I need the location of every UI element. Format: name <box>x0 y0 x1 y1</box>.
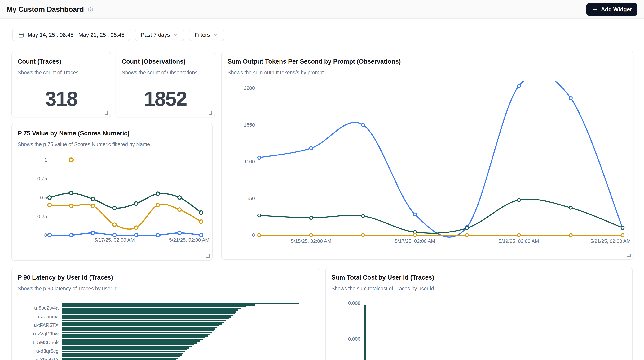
widget-subtitle: Shows the sum totalcost of Traces by use… <box>331 286 626 292</box>
user-id-label: u-d3qr5cg <box>12 348 58 354</box>
svg-text:1100: 1100 <box>244 159 255 165</box>
cost-axis-tick: 0.008 <box>326 300 360 306</box>
plus-icon <box>592 7 598 12</box>
latency-bar <box>62 327 217 328</box>
latency-bar <box>62 339 203 340</box>
tokens-by-prompt-chart[interactable]: 05501100165022005/15/25, 02:00 AM5/17/25… <box>222 81 633 255</box>
widget-count-observations: Count (Observations) Shows the count of … <box>116 52 215 117</box>
latency-bar <box>62 308 241 309</box>
latency-bar <box>62 333 210 335</box>
svg-text:1650: 1650 <box>244 122 255 128</box>
user-id-label: u-zVqP3hw <box>12 331 58 337</box>
latency-bar <box>62 335 208 337</box>
latency-bar <box>62 337 206 338</box>
widget-title: Count (Observations) <box>122 58 209 65</box>
latency-bar <box>62 349 187 350</box>
latency-bar <box>62 313 234 314</box>
latency-bar <box>62 356 180 357</box>
latency-bar <box>62 330 214 331</box>
latency-bar <box>62 354 182 355</box>
resize-handle[interactable] <box>206 254 210 258</box>
latency-bar <box>62 342 197 343</box>
widget-title: Sum Output Tokens Per Second by Prompt (… <box>228 58 627 65</box>
calendar-icon <box>18 32 24 38</box>
widget-subtitle: Shows the p 75 value of Scores Numeric f… <box>18 142 206 147</box>
latency-bar <box>62 352 184 354</box>
chevron-down-icon <box>213 32 218 37</box>
latency-bar <box>62 323 222 324</box>
filters-label: Filters <box>195 32 210 38</box>
p75-by-name-chart[interactable]: 00.250.50.7515/17/25, 02:00 AM5/21/25, 0… <box>12 153 212 257</box>
widget-title: P 75 Value by Name (Scores Numeric) <box>18 130 206 137</box>
info-icon[interactable] <box>88 7 93 13</box>
latency-bar <box>62 320 226 321</box>
user-id-label: u-aobnuxf <box>12 314 58 319</box>
svg-text:5/19/25, 02:00 AM: 5/19/25, 02:00 AM <box>498 238 539 244</box>
filters-dropdown[interactable]: Filters <box>189 29 224 41</box>
cost-bar <box>364 305 366 360</box>
svg-text:0.5: 0.5 <box>40 195 47 200</box>
range-preset-dropdown[interactable]: Past 7 days <box>135 29 184 41</box>
svg-text:5/21/25, 02:00 AM: 5/21/25, 02:00 AM <box>590 238 630 244</box>
user-id-label: u-8fVa9T3 <box>12 357 58 360</box>
user-id-label: u-5M8D56k <box>12 339 58 345</box>
cost-axis-tick: 0.006 <box>326 336 360 342</box>
latency-bar <box>62 321 224 323</box>
latency-bar <box>62 302 299 304</box>
widget-p75-by-name: P 75 Value by Name (Scores Numeric) Show… <box>12 124 212 261</box>
p90-latency-chart[interactable]: u-8sq2w4au-aobnuxfu-tFAR5TXu-zVqP3hwu-5M… <box>12 297 309 360</box>
date-range-value: May 14, 25 : 08:45 - May 21, 25 : 08:45 <box>28 32 124 38</box>
widget-count-traces: Count (Traces) Shows the count of Traces… <box>12 52 111 117</box>
widget-subtitle: Shows the count of Observations <box>122 70 209 76</box>
latency-bar <box>62 306 246 307</box>
widget-subtitle: Shows the p 90 latency of Traces by user… <box>18 286 314 292</box>
user-id-label: u-8sq2w4a <box>12 305 58 311</box>
latency-bar <box>62 347 190 349</box>
page-title-group: My Custom Dashboard <box>6 5 93 14</box>
widget-p90-latency: P 90 Latency by User Id (Traces) Shows t… <box>12 268 320 360</box>
count-observations-value: 1852 <box>116 87 215 110</box>
add-widget-button[interactable]: Add Widget <box>586 3 638 16</box>
latency-bar <box>62 315 233 316</box>
latency-bar <box>62 311 236 312</box>
widget-title: Sum Total Cost by User Id (Traces) <box>331 274 626 281</box>
latency-bar <box>62 346 192 347</box>
latency-bar <box>62 325 219 326</box>
page-title: My Custom Dashboard <box>6 5 84 14</box>
latency-bar <box>62 332 212 333</box>
chevron-down-icon <box>173 32 178 37</box>
svg-text:0.25: 0.25 <box>37 213 47 219</box>
resize-handle[interactable] <box>627 253 630 257</box>
add-widget-label: Add Widget <box>601 6 632 13</box>
svg-text:5/17/25, 02:00 AM: 5/17/25, 02:00 AM <box>94 237 135 243</box>
svg-text:5/17/25, 02:00 AM: 5/17/25, 02:00 AM <box>395 238 435 244</box>
latency-bar <box>62 309 238 311</box>
range-preset-value: Past 7 days <box>141 32 170 38</box>
latency-bar <box>62 304 256 306</box>
resize-handle[interactable] <box>209 111 212 115</box>
latency-bar <box>62 358 178 359</box>
svg-text:0: 0 <box>44 232 47 238</box>
widget-title: Count (Traces) <box>18 58 105 65</box>
latency-bar <box>62 340 200 342</box>
total-cost-chart[interactable]: 0.0080.006 <box>326 297 621 360</box>
user-id-label: u-tFAR5TX <box>12 322 58 328</box>
widget-subtitle: Shows the sum output tokens/s by prompt <box>228 70 627 76</box>
latency-bar <box>62 316 231 318</box>
svg-text:5/21/25, 02:00 AM: 5/21/25, 02:00 AM <box>169 237 209 243</box>
svg-text:0.75: 0.75 <box>37 176 47 182</box>
widget-subtitle: Shows the count of Traces <box>18 70 105 76</box>
latency-bar <box>62 328 215 330</box>
svg-text:0: 0 <box>252 232 255 238</box>
widget-total-cost: Sum Total Cost by User Id (Traces) Shows… <box>325 268 633 360</box>
widget-tokens-by-prompt: Sum Output Tokens Per Second by Prompt (… <box>221 52 634 260</box>
latency-bar <box>62 318 229 319</box>
svg-text:550: 550 <box>246 195 255 201</box>
sidebar-edge <box>0 0 0 360</box>
svg-text:5/15/25, 02:00 AM: 5/15/25, 02:00 AM <box>291 238 331 244</box>
count-traces-value: 318 <box>12 87 110 110</box>
resize-handle[interactable] <box>105 111 108 115</box>
date-range-picker[interactable]: May 14, 25 : 08:45 - May 21, 25 : 08:45 <box>12 29 130 41</box>
page-header: My Custom Dashboard Add Widget <box>0 0 644 19</box>
widget-title: P 90 Latency by User Id (Traces) <box>18 274 314 281</box>
